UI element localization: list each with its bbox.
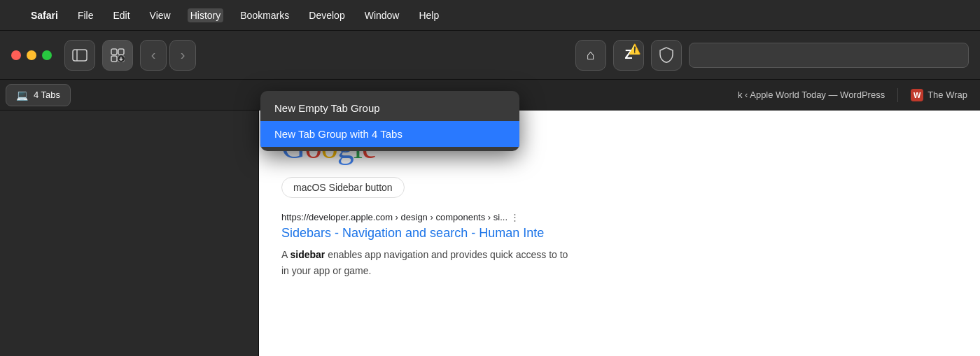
forward-button[interactable]: › [169, 40, 196, 71]
tab-group-dropdown: New Empty Tab Group New Tab Group with 4… [260, 91, 519, 151]
warning-badge: ⚠️ [629, 43, 640, 55]
new-tab-group-with-tabs-item[interactable]: New Tab Group with 4 Tabs [260, 121, 519, 147]
z-button[interactable]: Z ⚠️ [613, 40, 644, 71]
new-empty-tab-group-item[interactable]: New Empty Tab Group [260, 95, 519, 121]
sidebar-panel [0, 111, 259, 356]
svg-rect-4 [111, 56, 117, 62]
nav-buttons: ‹ › [140, 40, 196, 71]
minimize-button[interactable] [27, 50, 36, 60]
menubar-safari[interactable]: Safari [28, 8, 61, 22]
tab-separator [897, 88, 898, 102]
home-button[interactable]: ⌂ [575, 40, 606, 71]
menubar-view[interactable]: View [147, 8, 174, 22]
sidebar-toggle-button[interactable] [64, 40, 95, 71]
wrap-tab-label: The Wrap [927, 90, 967, 100]
menubar: Safari File Edit View History Bookmarks … [0, 0, 980, 31]
close-button[interactable] [11, 50, 21, 60]
svg-text:+: + [119, 55, 123, 63]
active-tab-label: 4 Tabs [34, 90, 60, 100]
maximize-button[interactable] [42, 50, 52, 60]
menubar-develop[interactable]: Develop [306, 8, 347, 22]
address-bar[interactable] [689, 43, 969, 68]
menubar-help[interactable]: Help [416, 8, 442, 22]
the-wrap-tab[interactable]: W The Wrap [904, 86, 974, 104]
laptop-icon: 💻 [16, 90, 28, 101]
active-tab[interactable]: 💻 4 Tabs [6, 84, 71, 106]
shield-button[interactable] [651, 40, 682, 71]
svg-rect-2 [111, 49, 117, 55]
window-controls [11, 50, 52, 60]
svg-rect-0 [73, 50, 87, 61]
result-title[interactable]: Sidebars - Navigation and search - Human… [281, 225, 958, 241]
menubar-bookmarks[interactable]: Bookmarks [237, 8, 292, 22]
menubar-history[interactable]: History [188, 8, 224, 22]
new-tab-group-button[interactable]: + [102, 40, 133, 71]
result-url: https://developer.apple.com › design › c… [281, 212, 958, 222]
wordpress-tab[interactable]: k ‹ Apple World Today — WordPress [731, 87, 892, 103]
options-dots[interactable]: ⋮ [510, 212, 519, 222]
toolbar: + ‹ › ⌂ Z ⚠️ [0, 31, 980, 80]
result-description: A sidebar enables app navigation and pro… [281, 247, 958, 278]
menubar-edit[interactable]: Edit [110, 8, 132, 22]
menubar-window[interactable]: Window [362, 8, 402, 22]
menubar-file[interactable]: File [75, 8, 97, 22]
wrap-icon: W [911, 89, 923, 101]
back-button[interactable]: ‹ [140, 40, 167, 71]
search-pill[interactable]: macOS Sidebar button [281, 177, 405, 198]
svg-rect-3 [118, 49, 124, 55]
